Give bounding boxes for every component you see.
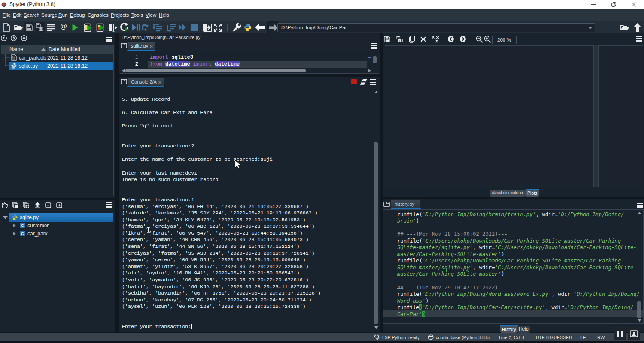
svg-text:10: 10 [12, 58, 15, 60]
